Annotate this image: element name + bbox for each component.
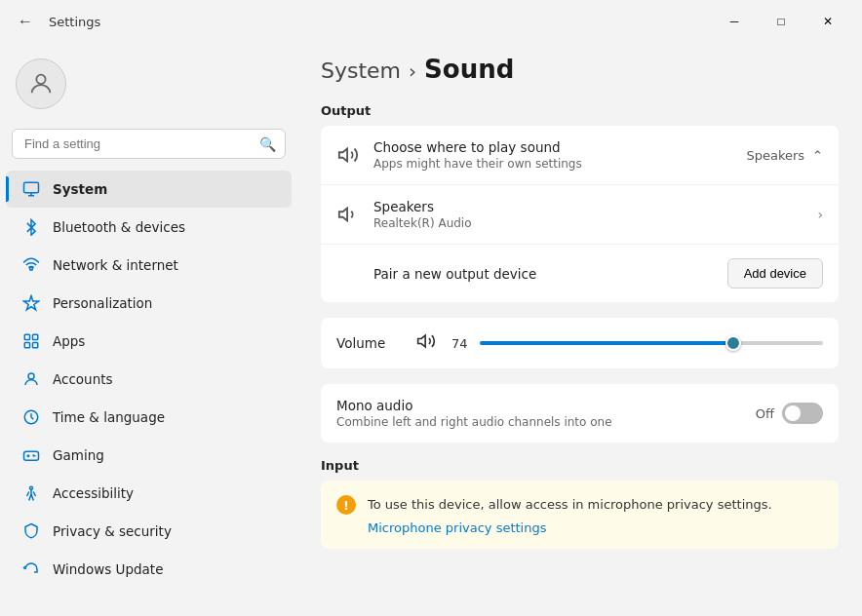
speakers-row[interactable]: Speakers Realtek(R) Audio › (321, 185, 839, 245)
sidebar-label-system: System (53, 181, 107, 197)
chevron-right-icon: › (817, 207, 823, 222)
sidebar-label-accessibility: Accessibility (53, 485, 134, 501)
sidebar-label-time: Time & language (53, 409, 165, 425)
title-bar: ← Settings ─ □ ✕ (0, 0, 862, 39)
breadcrumb-system: System (321, 58, 401, 83)
back-button[interactable]: ← (12, 9, 39, 34)
expand-icon: ⌃ (812, 148, 823, 163)
sidebar-item-personalization[interactable]: Personalization (6, 285, 292, 322)
mono-audio-title: Mono audio (336, 398, 742, 413)
choose-sound-text: Choose where to play sound Apps might ha… (373, 139, 732, 171)
search-icon: 🔍 (259, 136, 276, 152)
minimize-button[interactable]: ─ (712, 6, 757, 37)
sidebar-item-system[interactable]: System (6, 171, 292, 208)
mono-audio-subtitle: Combine left and right audio channels in… (336, 415, 742, 429)
input-section-label: Input (321, 458, 839, 473)
mono-audio-row: Mono audio Combine left and right audio … (321, 384, 839, 443)
speaker-device-icon (336, 203, 360, 226)
privacy-icon (21, 521, 41, 541)
sidebar-label-network: Network & internet (53, 257, 178, 273)
svg-rect-5 (24, 343, 29, 348)
sidebar-label-privacy: Privacy & security (53, 523, 172, 539)
pair-icon (336, 262, 360, 286)
choose-sound-subtitle: Apps might have their own settings (373, 157, 732, 171)
sidebar: 🔍 System Bluetooth & devices (0, 39, 297, 616)
svg-rect-9 (24, 451, 39, 460)
apps-icon (21, 331, 41, 351)
warning-content: To use this device, allow access in micr… (368, 494, 772, 535)
personalization-icon (21, 293, 41, 313)
sidebar-item-gaming[interactable]: Gaming (6, 437, 292, 474)
system-icon (21, 179, 41, 199)
mono-audio-toggle[interactable] (782, 403, 823, 424)
slider-track (480, 341, 823, 345)
sidebar-item-accounts[interactable]: Accounts (6, 361, 292, 398)
close-button[interactable]: ✕ (805, 6, 850, 37)
volume-icon (416, 331, 436, 355)
svg-marker-11 (339, 149, 347, 162)
title-bar-left: ← Settings (12, 9, 100, 34)
accounts-icon (21, 369, 41, 389)
sidebar-item-accessibility[interactable]: Accessibility (6, 475, 292, 512)
update-icon (21, 559, 41, 579)
mono-audio-card: Mono audio Combine left and right audio … (321, 384, 839, 443)
page-header: System › Sound (321, 55, 839, 84)
maximize-button[interactable]: □ (759, 6, 803, 37)
pair-device-text: Pair a new output device (373, 266, 714, 282)
speakers-device-text: Speakers Realtek(R) Audio (373, 199, 803, 230)
choose-sound-title: Choose where to play sound (373, 139, 732, 155)
sidebar-label-update: Windows Update (53, 561, 163, 577)
slider-thumb (725, 335, 741, 351)
svg-marker-15 (418, 335, 426, 347)
add-device-button[interactable]: Add device (727, 258, 823, 289)
mono-audio-text: Mono audio Combine left and right audio … (336, 398, 742, 429)
microphone-warning-card: ! To use this device, allow access in mi… (321, 481, 839, 549)
speakers-device-subtitle: Realtek(R) Audio (373, 216, 803, 230)
warning-text: To use this device, allow access in micr… (368, 497, 772, 512)
avatar (16, 58, 66, 109)
speakers-value: Speakers (746, 148, 804, 163)
user-avatar-section (0, 47, 297, 125)
pair-device-title: Pair a new output device (373, 266, 714, 282)
main-content: System › Sound Output Choose where to pl… (297, 39, 862, 616)
breadcrumb-separator: › (409, 59, 416, 83)
search-box: 🔍 (12, 129, 286, 159)
output-section-label: Output (321, 103, 839, 118)
time-icon (21, 407, 41, 427)
svg-marker-14 (339, 209, 347, 221)
microphone-privacy-link[interactable]: Microphone privacy settings (368, 520, 772, 535)
sidebar-item-update[interactable]: Windows Update (6, 551, 292, 588)
sidebar-label-gaming: Gaming (53, 447, 104, 463)
svg-rect-6 (33, 343, 38, 348)
title-bar-controls: ─ □ ✕ (712, 6, 850, 37)
svg-point-2 (30, 267, 33, 270)
volume-slider[interactable] (480, 333, 823, 353)
sidebar-item-network[interactable]: Network & internet (6, 247, 292, 284)
mono-audio-state: Off (756, 406, 774, 421)
bluetooth-icon (21, 217, 41, 237)
sidebar-item-privacy[interactable]: Privacy & security (6, 513, 292, 550)
choose-sound-right[interactable]: Speakers ⌃ (746, 148, 823, 163)
mono-audio-right: Off (756, 403, 823, 424)
pair-device-row: Pair a new output device Add device (321, 245, 839, 302)
svg-rect-4 (33, 334, 38, 339)
sidebar-label-accounts: Accounts (53, 371, 113, 387)
network-icon (21, 255, 41, 275)
svg-point-0 (36, 75, 45, 84)
speaker-icon (336, 143, 360, 167)
sidebar-label-personalization: Personalization (53, 295, 152, 311)
search-input[interactable] (12, 129, 286, 159)
volume-value: 74 (451, 336, 468, 351)
speakers-device-title: Speakers (373, 199, 803, 214)
sidebar-item-bluetooth[interactable]: Bluetooth & devices (6, 209, 292, 246)
choose-sound-row[interactable]: Choose where to play sound Apps might ha… (321, 126, 839, 185)
volume-card: Volume 74 (321, 318, 839, 368)
warning-icon: ! (336, 495, 356, 515)
sidebar-item-time[interactable]: Time & language (6, 399, 292, 436)
sidebar-item-apps[interactable]: Apps (6, 323, 292, 360)
pair-device-right: Add device (727, 258, 823, 289)
sidebar-label-bluetooth: Bluetooth & devices (53, 219, 185, 235)
toggle-knob (785, 405, 801, 421)
accessibility-icon (21, 483, 41, 503)
svg-point-7 (28, 373, 34, 379)
